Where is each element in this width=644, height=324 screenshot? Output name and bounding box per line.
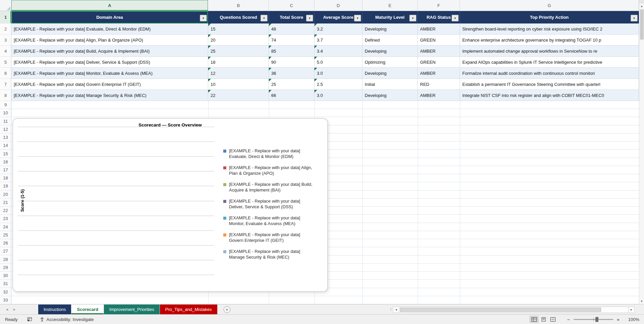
cell-F8[interactable]: AMBER [418, 90, 460, 101]
cell-A2[interactable]: [EXAMPLE - Replace with your data] Evalu… [11, 23, 208, 35]
row-header-3[interactable]: 3 [0, 35, 11, 46]
sheet-tab-instructions[interactable]: Instructions [38, 305, 71, 314]
cell-G5[interactable]: Expand AIOps capabilities in Splunk IT S… [460, 57, 639, 68]
row-header-32[interactable]: 32 [0, 288, 11, 296]
cell-G8[interactable]: Integrate NIST CSF into risk register an… [460, 90, 639, 101]
cell-F5[interactable]: GREEN [418, 57, 460, 68]
accessibility-status-button[interactable]: Accessibility: Investigate [40, 317, 94, 322]
row-header-25[interactable]: 25 [0, 231, 11, 239]
row-header-14[interactable]: 14 [0, 142, 11, 150]
row-header-24[interactable]: 24 [0, 223, 11, 231]
row-header-33[interactable]: 33 [0, 296, 11, 304]
row-header-28[interactable]: 28 [0, 255, 11, 263]
row-header-13[interactable]: 13 [0, 133, 11, 142]
header-cell-domain-area[interactable]: Domain Area▼ [11, 11, 208, 23]
page-layout-view-button[interactable] [539, 316, 548, 323]
cell-C5[interactable]: 90 [269, 57, 314, 68]
scroll-left-button[interactable]: ◄ [393, 307, 399, 313]
cell-D7[interactable]: 2.5 [314, 79, 362, 90]
cell-F3[interactable]: GREEN [418, 35, 460, 46]
filter-button-questions-scored[interactable]: ▼ [260, 15, 268, 21]
row-header-17[interactable]: 17 [0, 166, 11, 174]
cell-B6[interactable]: 12 [208, 68, 269, 79]
embedded-chart[interactable]: Scorecard — Score Overview Score (1-5) [… [12, 118, 328, 292]
cell-A3[interactable]: [EXAMPLE - Replace with your data] Align… [11, 35, 208, 46]
zoom-slider-thumb[interactable] [595, 317, 598, 322]
row-header-7[interactable]: 7 [0, 79, 11, 90]
zoom-out-button[interactable]: − [566, 317, 572, 322]
zoom-in-button[interactable]: + [615, 317, 621, 322]
header-cell-maturity-level[interactable]: Maturity Level▼ [362, 11, 418, 23]
new-sheet-button[interactable]: + [224, 306, 230, 313]
cell-A7[interactable]: [EXAMPLE - Replace with your data] Gover… [11, 79, 208, 90]
filter-button-top-priority-action[interactable]: ▼ [631, 15, 638, 21]
cell-C6[interactable]: 36 [269, 68, 314, 79]
cell-E4[interactable]: Developing [362, 46, 418, 57]
zoom-level-label[interactable]: 100% [624, 317, 639, 322]
column-header-G[interactable]: G [460, 0, 639, 11]
sheet-nav-right-button[interactable]: ► [11, 308, 18, 311]
cell-C4[interactable]: 85 [269, 46, 314, 57]
row-header-18[interactable]: 18 [0, 174, 11, 182]
cell-B7[interactable]: 10 [208, 79, 269, 90]
page-break-view-button[interactable] [548, 316, 558, 323]
scroll-down-button[interactable]: ▼ [639, 298, 644, 304]
cell-D5[interactable]: 5.0 [314, 57, 362, 68]
column-header-D[interactable]: D [314, 0, 362, 11]
scroll-up-button[interactable]: ▲ [639, 3, 644, 9]
cell-A4[interactable]: [EXAMPLE - Replace with your data] Build… [11, 46, 208, 57]
cell-F4[interactable]: AMBER [418, 46, 460, 57]
cell-E8[interactable]: Developing [362, 90, 418, 101]
row-header-22[interactable]: 22 [0, 207, 11, 215]
header-cell-top-priority-action[interactable]: Top Priority Action▼ [460, 11, 639, 23]
macro-record-icon[interactable] [27, 317, 32, 322]
cell-D4[interactable]: 3.4 [314, 46, 362, 57]
row-header-11[interactable]: 11 [0, 117, 11, 125]
zoom-slider[interactable] [574, 319, 613, 320]
cell-D2[interactable]: 3.2 [314, 23, 362, 35]
filter-button-maturity-level[interactable]: ▼ [409, 15, 416, 21]
row-header-26[interactable]: 26 [0, 239, 11, 247]
row-header-1[interactable]: 1 [0, 11, 11, 23]
cell-B4[interactable]: 25 [208, 46, 269, 57]
cell-E6[interactable]: Developing [362, 68, 418, 79]
row-header-8[interactable]: 8 [0, 90, 11, 101]
scrollbar-split-handle[interactable] [639, 0, 644, 3]
cell-E7[interactable]: Initial [362, 79, 418, 90]
row-header-6[interactable]: 6 [0, 68, 11, 79]
normal-view-button[interactable] [529, 316, 539, 323]
cell-D8[interactable]: 3.0 [314, 90, 362, 101]
row-header-27[interactable]: 27 [0, 247, 11, 255]
cell-C7[interactable]: 25 [269, 79, 314, 90]
header-cell-average-score[interactable]: Average Score▼ [314, 11, 362, 23]
cell-G6[interactable]: Formalize internal audit coordination wi… [460, 68, 639, 79]
column-header-A[interactable]: A [11, 0, 208, 11]
row-header-9[interactable]: 9 [0, 101, 11, 109]
cell-F2[interactable]: AMBER [418, 23, 460, 35]
cell-D3[interactable]: 3.7 [314, 35, 362, 46]
column-header-B[interactable]: B [208, 0, 269, 11]
cell-B5[interactable]: 18 [208, 57, 269, 68]
row-header-15[interactable]: 15 [0, 150, 11, 158]
column-header-E[interactable]: E [362, 0, 418, 11]
cell-G3[interactable]: Enhance enterprise architecture governan… [460, 35, 639, 46]
cell-F7[interactable]: RED [418, 79, 460, 90]
cell-A6[interactable]: [EXAMPLE - Replace with your data] Monit… [11, 68, 208, 79]
horizontal-scrollbar[interactable]: ⁞ ◄ ► [389, 306, 635, 314]
horizontal-scrollbar-track[interactable] [399, 307, 628, 313]
cell-C8[interactable]: 66 [269, 90, 314, 101]
sheet-tab-scorecard[interactable]: Scorecard [71, 305, 104, 314]
row-header-30[interactable]: 30 [0, 272, 11, 280]
cell-B8[interactable]: 22 [208, 90, 269, 101]
row-header-20[interactable]: 20 [0, 191, 11, 199]
filter-button-domain-area[interactable]: ▼ [200, 15, 207, 21]
column-header-F[interactable]: F [418, 0, 460, 11]
row-header-21[interactable]: 21 [0, 199, 11, 207]
row-header-4[interactable]: 4 [0, 46, 11, 57]
filter-button-total-score[interactable]: ▼ [306, 15, 313, 21]
header-cell-rag-status[interactable]: RAG Status▼ [418, 11, 460, 23]
vertical-scrollbar[interactable]: ▲ ▼ [639, 0, 644, 304]
cell-G7[interactable]: Establish a permanent IT Governance Stee… [460, 79, 639, 90]
cell-B3[interactable]: 20 [208, 35, 269, 46]
row-header-16[interactable]: 16 [0, 158, 11, 166]
